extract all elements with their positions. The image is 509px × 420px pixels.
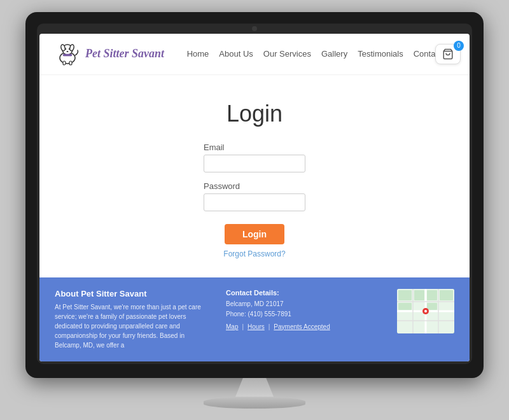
map-grid-svg: [397, 289, 454, 333]
footer-sep-2: |: [268, 323, 270, 330]
nav-services[interactable]: Our Services: [263, 49, 311, 59]
password-input[interactable]: [204, 193, 305, 211]
footer-contact: Contact Details: Belcamp, MD 21017 Phone…: [226, 289, 382, 350]
footer-about: About Pet Sitter Savant At Pet Sitter Sa…: [55, 289, 211, 350]
svg-rect-18: [398, 290, 412, 300]
svg-rect-9: [69, 61, 72, 65]
svg-rect-22: [398, 303, 412, 310]
stand-base: [204, 397, 305, 409]
footer-payments-link[interactable]: Payments Accepted: [274, 323, 330, 330]
logo-dog-icon: [55, 41, 80, 67]
logo-text: Pet Sitter Savant: [85, 47, 164, 60]
svg-rect-21: [440, 290, 453, 300]
svg-point-25: [424, 310, 427, 312]
footer-about-text: At Pet Sitter Savant, we're more than ju…: [55, 302, 211, 350]
footer-links: Map | Hours | Payments Accepted: [226, 323, 382, 330]
logo-area: Pet Sitter Savant: [55, 41, 164, 67]
forgot-password-link[interactable]: Forgot Password?: [223, 249, 285, 258]
svg-rect-19: [414, 290, 424, 300]
monitor: Pet Sitter Savant Home About Us Our Serv…: [25, 12, 484, 409]
footer-map-link[interactable]: Map: [226, 323, 238, 330]
monitor-bezel: Pet Sitter Savant Home About Us Our Serv…: [37, 24, 472, 364]
password-label: Password: [204, 181, 240, 191]
svg-rect-7: [63, 54, 72, 56]
email-group: Email: [52, 143, 457, 172]
site-footer: About Pet Sitter Savant At Pet Sitter Sa…: [39, 277, 470, 361]
login-title: Login: [227, 101, 282, 127]
password-group: Password: [52, 181, 457, 211]
screen: Pet Sitter Savant Home About Us Our Serv…: [39, 34, 470, 361]
svg-point-6: [67, 51, 69, 52]
svg-rect-8: [63, 61, 66, 65]
cart-icon: [442, 48, 454, 60]
svg-rect-20: [427, 290, 437, 300]
footer-contact-title: Contact Details:: [226, 289, 382, 297]
svg-point-4: [65, 48, 66, 49]
nav-testimonials[interactable]: Testimonials: [358, 49, 403, 59]
footer-about-title: About Pet Sitter Savant: [55, 289, 211, 298]
cart-count: 0: [454, 41, 464, 51]
nav-about[interactable]: About Us: [219, 49, 253, 59]
footer-hours-link[interactable]: Hours: [248, 323, 265, 330]
email-label: Email: [204, 143, 225, 152]
footer-sep-1: |: [242, 323, 244, 330]
svg-point-5: [69, 48, 70, 49]
svg-rect-23: [427, 303, 437, 310]
footer-map-thumbnail: [397, 289, 454, 333]
camera-dot: [252, 26, 257, 31]
main-nav: Home About Us Our Services Gallery Testi…: [187, 49, 454, 59]
stand-neck: [235, 378, 274, 397]
monitor-stand: [25, 378, 484, 409]
nav-home[interactable]: Home: [187, 49, 209, 59]
monitor-outer: Pet Sitter Savant Home About Us Our Serv…: [25, 12, 484, 378]
footer-contact-phone: Phone: (410) 555-7891: [226, 309, 382, 319]
site-header: Pet Sitter Savant Home About Us Our Serv…: [39, 34, 470, 75]
email-input[interactable]: [204, 155, 305, 172]
cart-button[interactable]: 0: [435, 44, 461, 64]
login-button[interactable]: Login: [225, 224, 284, 244]
nav-gallery[interactable]: Gallery: [321, 49, 347, 59]
login-section: Login Email Password Login Forgot Passwo…: [39, 75, 470, 277]
footer-contact-address: Belcamp, MD 21017: [226, 299, 382, 309]
